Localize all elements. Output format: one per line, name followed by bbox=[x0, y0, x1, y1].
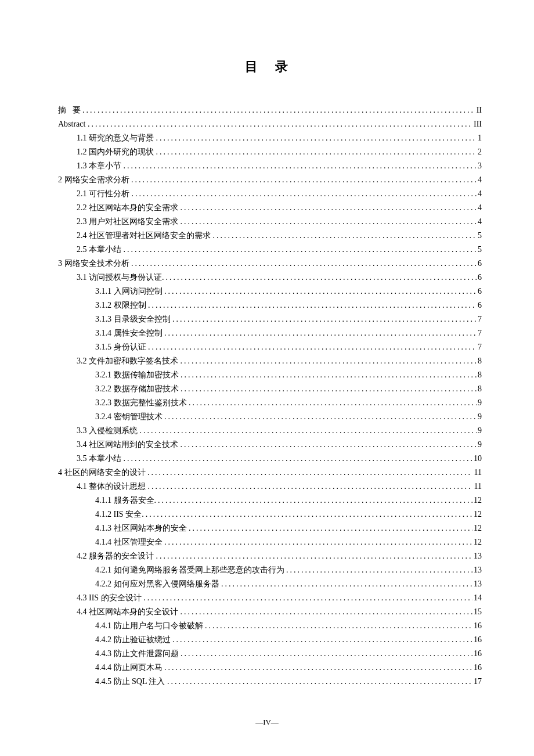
toc-entry-label: Abstract bbox=[58, 117, 88, 131]
toc-entry-label: 4.4.1 防止用户名与口令被破解 bbox=[95, 619, 205, 633]
toc-entry-page: 11 bbox=[471, 466, 482, 480]
toc-entry-label: 3 网络安全技术分析 bbox=[58, 257, 131, 271]
toc-dots bbox=[131, 173, 477, 187]
toc-entry: 3.1.2 权限控制 6 bbox=[58, 298, 482, 312]
toc-entry-label: 4.4 社区网站本身的安全设计 bbox=[77, 605, 181, 619]
toc-entry-label: 2.3 用户对社区网络安全需求 bbox=[77, 215, 181, 229]
page-number: —IV— bbox=[0, 718, 534, 727]
toc-entry-page: 9 bbox=[477, 396, 482, 410]
toc-dots bbox=[213, 229, 477, 243]
toc-entry-label: 2.4 社区管理者对社区网络安全的需求 bbox=[77, 229, 213, 243]
toc-entry-page: 6 bbox=[477, 271, 482, 285]
document-page: 目 录 摘 要 IIAbstract III1.1 研究的意义与背景 11.2 … bbox=[0, 0, 534, 756]
toc-entry-page: 11 bbox=[471, 480, 482, 494]
toc-dots bbox=[154, 494, 473, 507]
toc-entry-label: 3.2.4 密钥管理技术 bbox=[95, 410, 164, 424]
toc-entry: 4 社区的网络安全的设计 11 bbox=[58, 466, 482, 480]
toc-dots bbox=[205, 619, 472, 633]
toc-entry: 4.2.2 如何应对黑客入侵网络服务器 13 bbox=[58, 577, 482, 591]
toc-entry-label: 3.1.2 权限控制 bbox=[95, 298, 148, 312]
toc-entry-page: 16 bbox=[472, 633, 482, 647]
toc-entry: 2 网络安全需求分析 4 bbox=[58, 173, 482, 187]
toc-entry-page: III bbox=[471, 117, 482, 131]
toc-dots bbox=[124, 159, 477, 173]
toc-entry-label: 2 网络安全需求分析 bbox=[58, 173, 131, 187]
toc-dots bbox=[164, 410, 477, 424]
toc-entry-page: 8 bbox=[477, 354, 482, 368]
toc-dots bbox=[189, 396, 477, 410]
toc-entry: 2.5 本章小结 5 bbox=[58, 243, 482, 257]
toc-dots bbox=[172, 312, 477, 326]
toc-entry-page: 10 bbox=[472, 452, 482, 466]
toc-entry-page: II bbox=[475, 103, 482, 117]
toc-entry-page: 7 bbox=[477, 340, 482, 354]
toc-entry: 3.3 入侵检测系统 9 bbox=[58, 424, 482, 438]
toc-entry-label: 4.4.3 防止文件泄露问题 bbox=[95, 647, 181, 661]
toc-entry: 3.1.4 属性安全控制 7 bbox=[58, 326, 482, 340]
toc-entry: 2.3 用户对社区网络安全需求 4 bbox=[58, 215, 482, 229]
toc-entry-page: 5 bbox=[477, 229, 482, 243]
toc-entry: 3.2.4 密钥管理技术 9 bbox=[58, 410, 482, 424]
toc-entry: 4.4.1 防止用户名与口令被破解 16 bbox=[58, 619, 482, 633]
toc-entry-page: 16 bbox=[472, 647, 482, 661]
toc-dots bbox=[164, 285, 477, 298]
toc-dots bbox=[181, 605, 473, 619]
toc-entry: 3.4 社区网站用到的安全技术 9 bbox=[58, 438, 482, 452]
toc-dots bbox=[132, 187, 477, 201]
toc-dots bbox=[181, 354, 477, 368]
toc-entry-page: 13 bbox=[472, 577, 482, 591]
toc-entry-page: 17 bbox=[472, 675, 482, 689]
toc-entry-page: 4 bbox=[477, 201, 482, 215]
toc-dots bbox=[189, 521, 472, 535]
toc-dots bbox=[147, 466, 471, 480]
toc-entry-label: 4.2.2 如何应对黑客入侵网络服务器 bbox=[95, 577, 221, 591]
toc-entry: 4.4 社区网站本身的安全设计 15 bbox=[58, 605, 482, 619]
toc-entry-label: 4.1.2 IIS 安全 bbox=[95, 507, 142, 521]
toc-entry: 3.2.1 数据传输加密技术 8 bbox=[58, 368, 482, 382]
toc-entry-label: 4.2 服务器的安全设计 bbox=[77, 549, 156, 563]
toc-entry: 4.2 服务器的安全设计 13 bbox=[58, 549, 482, 563]
toc-entry-label: 2.5 本章小结 bbox=[77, 243, 124, 257]
toc-dots bbox=[181, 438, 477, 452]
toc-dots bbox=[181, 647, 472, 661]
toc-entry: 3.2 文件加密和数字签名技术 8 bbox=[58, 354, 482, 368]
toc-entry-page: 8 bbox=[477, 368, 482, 382]
toc-dots bbox=[124, 243, 477, 257]
toc-entry-label: 4.1 整体的设计思想 bbox=[77, 480, 148, 494]
toc-entry-label: 4.1.3 社区网站本身的安全 bbox=[95, 521, 189, 535]
toc-dots bbox=[156, 549, 473, 563]
toc-entry-page: 9 bbox=[477, 410, 482, 424]
toc-dots bbox=[181, 215, 477, 229]
toc-container: 摘 要 IIAbstract III1.1 研究的意义与背景 11.2 国内外研… bbox=[58, 103, 482, 689]
toc-entry-page: 9 bbox=[477, 438, 482, 452]
toc-entry: 4.4.5 防止 SQL 注入 17 bbox=[58, 675, 482, 689]
toc-entry-label: 3.2 文件加密和数字签名技术 bbox=[77, 354, 181, 368]
toc-entry-page: 12 bbox=[472, 507, 482, 521]
toc-dots bbox=[131, 257, 477, 271]
toc-entry-page: 9 bbox=[477, 424, 482, 438]
toc-entry: 3.2.3 数据完整性鉴别技术 9 bbox=[58, 396, 482, 410]
toc-entry-label: 4.4.5 防止 SQL 注入 bbox=[95, 675, 167, 689]
toc-entry-page: 3 bbox=[477, 159, 482, 173]
toc-entry-label: 4.4.2 防止验证被绕过 bbox=[95, 633, 172, 647]
toc-entry-page: 16 bbox=[472, 619, 482, 633]
toc-dots bbox=[140, 424, 477, 438]
toc-entry-page: 7 bbox=[477, 326, 482, 340]
toc-entry-page: 4 bbox=[477, 173, 482, 187]
toc-entry-page: 5 bbox=[477, 243, 482, 257]
toc-dots bbox=[82, 103, 475, 117]
toc-entry-page: 13 bbox=[472, 563, 482, 577]
toc-entry: 3.1 访问授权与身份认证6 bbox=[58, 271, 482, 285]
toc-entry-label: 4.1.4 社区管理安全 bbox=[95, 535, 164, 549]
toc-dots bbox=[167, 675, 472, 689]
toc-entry: 摘 要 II bbox=[58, 103, 482, 117]
toc-dots bbox=[142, 507, 472, 521]
toc-entry: 2.4 社区管理者对社区网络安全的需求 5 bbox=[58, 229, 482, 243]
toc-entry: 2.2 社区网站本身的安全需求 4 bbox=[58, 201, 482, 215]
toc-entry-label: 4 社区的网络安全的设计 bbox=[58, 466, 147, 480]
toc-entry: 1.2 国内外研究的现状 2 bbox=[58, 145, 482, 159]
toc-entry-page: 12 bbox=[472, 535, 482, 549]
toc-entry: 3.1.1 入网访问控制 6 bbox=[58, 285, 482, 298]
toc-entry-page: 6 bbox=[477, 257, 482, 271]
toc-entry-label: 2.1 可行性分析 bbox=[77, 187, 132, 201]
